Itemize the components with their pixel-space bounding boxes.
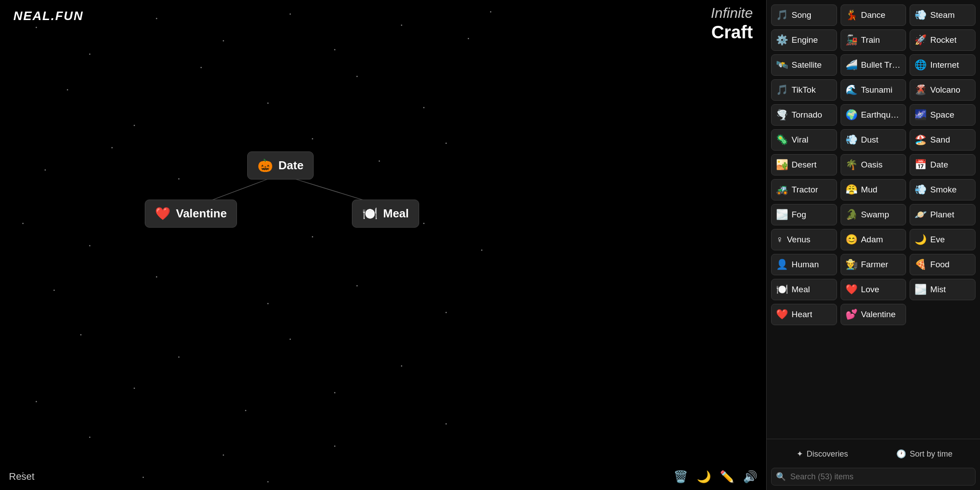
sidebar-item-earthquake[interactable]: 🌍 Earthquake (841, 104, 906, 126)
sidebar-item-volcano[interactable]: 🌋 Volcano (910, 79, 976, 101)
sidebar-item-sand[interactable]: 🏖️ Sand (910, 129, 976, 151)
sidebar-item-emoji: 💨 (845, 134, 858, 146)
sidebar-item-tornado[interactable]: 🌪️ Tornado (771, 104, 837, 126)
sidebar-item-steam[interactable]: 💨 Steam (910, 4, 976, 26)
canvas-area[interactable]: NEAL.FUN Infinite Craft 🎃 Date ❤️ Valent… (0, 0, 766, 490)
sidebar-item-emoji: 🪐 (915, 209, 927, 220)
sidebar-item-bullet-train[interactable]: 🚄 Bullet Train (841, 54, 906, 76)
moon-icon[interactable]: 🌙 (697, 470, 711, 484)
sidebar-item-eve[interactable]: 🌙 Eve (910, 229, 976, 250)
sidebar-item-heart[interactable]: ❤️ Heart (771, 304, 837, 325)
sidebar-item-label: Desert (792, 160, 817, 170)
sidebar-item-satellite[interactable]: 🛰️ Satellite (771, 54, 837, 76)
sidebar-item-venus[interactable]: ♀️ Venus (771, 229, 837, 250)
sidebar-item-emoji: ❤️ (845, 284, 858, 295)
sidebar-item-smoke[interactable]: 💨 Smoke (910, 179, 976, 200)
sidebar-item-emoji: 🌪️ (776, 109, 788, 121)
sidebar-item-oasis[interactable]: 🌴 Oasis (841, 154, 906, 176)
star (53, 290, 55, 291)
sidebar-item-label: Planet (930, 210, 954, 220)
svg-line-1 (285, 176, 372, 203)
volume-icon[interactable]: 🔊 (743, 470, 757, 484)
star (290, 339, 291, 340)
sidebar-item-tsunami[interactable]: 🌊 Tsunami (841, 79, 906, 101)
sidebar-item-label: Earthquake (861, 110, 902, 120)
sidebar-item-song[interactable]: 🎵 Song (771, 4, 837, 26)
sidebar-item-emoji: 😊 (845, 234, 858, 245)
star (200, 214, 202, 215)
star (178, 356, 180, 358)
star (156, 276, 157, 278)
sidebar-item-label: Food (930, 260, 949, 270)
sidebar-item-valentine[interactable]: 💕 Valentine (841, 304, 906, 325)
star (89, 245, 90, 246)
sidebar-item-internet[interactable]: 🌐 Internet (910, 54, 976, 76)
sidebar-item-tractor[interactable]: 🚜 Tractor (771, 179, 837, 200)
star (45, 169, 46, 171)
star (89, 437, 90, 438)
star (356, 76, 358, 77)
sidebar-item-emoji: 👤 (776, 259, 788, 270)
date-emoji: 🎃 (257, 158, 273, 173)
sidebar-item-mud[interactable]: 😤 Mud (841, 179, 906, 200)
sidebar-item-rocket[interactable]: 🚀 Rocket (910, 29, 976, 51)
sidebar-item-swamp[interactable]: 🐊 Swamp (841, 204, 906, 225)
sidebar-item-emoji: 🛰️ (776, 59, 788, 71)
sidebar-item-viral[interactable]: 🦠 Viral (771, 129, 837, 151)
sidebar-item-emoji: 🎵 (776, 9, 788, 21)
sidebar-item-farmer[interactable]: 👨‍🌾 Farmer (841, 254, 906, 275)
sidebar-item-dust[interactable]: 💨 Dust (841, 129, 906, 151)
star (445, 312, 447, 313)
star (143, 477, 144, 478)
sidebar-item-planet[interactable]: 🪐 Planet (910, 204, 976, 225)
pencil-icon[interactable]: ✏️ (720, 470, 734, 484)
sidebar-item-emoji: 🐊 (845, 209, 858, 220)
star (379, 160, 380, 162)
valentine-emoji: ❤️ (155, 206, 171, 221)
svg-line-0 (205, 176, 276, 203)
star (67, 89, 68, 90)
sidebar-item-fog[interactable]: 🌫️ Fog (771, 204, 837, 225)
sidebar-item-meal[interactable]: 🍽️ Meal (771, 279, 837, 300)
star (267, 303, 269, 304)
sidebar-item-emoji: 🌫️ (776, 209, 788, 220)
sidebar-item-label: Eve (930, 235, 945, 245)
sort-button[interactable]: 🕐 Sort by time (874, 444, 976, 464)
discoveries-button[interactable]: ✦ Discoveries (771, 444, 874, 464)
sidebar-item-emoji: 🌍 (845, 109, 858, 121)
sidebar-item-mist[interactable]: 🌫️ Mist (910, 279, 976, 300)
element-card-date[interactable]: 🎃 Date (247, 151, 314, 180)
element-card-meal[interactable]: 🍽️ Meal (352, 200, 419, 228)
reset-button[interactable]: Reset (9, 471, 34, 482)
sidebar-item-love[interactable]: ❤️ Love (841, 279, 906, 300)
bottom-bar: Reset 🗑️ 🌙 ✏️ 🔊 (0, 463, 766, 490)
star (401, 365, 402, 367)
sidebar-item-desert[interactable]: 🏜️ Desert (771, 154, 837, 176)
sidebar-item-emoji: 🏖️ (915, 134, 927, 146)
element-card-valentine[interactable]: ❤️ Valentine (145, 200, 237, 228)
star (490, 11, 491, 12)
sidebar-item-adam[interactable]: 😊 Adam (841, 229, 906, 250)
sidebar-item-space[interactable]: 🌌 Space (910, 104, 976, 126)
sidebar-item-tiktok[interactable]: 🎵 TikTok (771, 79, 837, 101)
footer-actions: ✦ Discoveries 🕐 Sort by time (771, 444, 976, 464)
star (423, 223, 425, 224)
sidebar-item-label: Tsunami (861, 85, 893, 95)
sidebar-item-emoji: ⚙️ (776, 34, 788, 46)
search-input[interactable] (790, 472, 971, 482)
sidebar-item-dance[interactable]: 💃 Dance (841, 4, 906, 26)
sidebar-item-emoji: 😤 (845, 184, 858, 196)
sidebar-item-label: Space (930, 110, 954, 120)
sidebar-item-label: Oasis (861, 160, 883, 170)
sidebar-item-human[interactable]: 👤 Human (771, 254, 837, 275)
sidebar-item-emoji: 🌐 (915, 59, 927, 71)
sidebar-item-date[interactable]: 📅 Date (910, 154, 976, 176)
sidebar-item-train[interactable]: 🚂 Train (841, 29, 906, 51)
sidebar-item-label: Sand (930, 135, 950, 145)
star (134, 388, 135, 389)
sidebar-item-food[interactable]: 🍕 Food (910, 254, 976, 275)
search-bar[interactable]: 🔍 (771, 468, 976, 486)
trash-icon[interactable]: 🗑️ (674, 470, 688, 484)
sidebar-item-engine[interactable]: ⚙️ Engine (771, 29, 837, 51)
sidebar-item-label: Heart (792, 310, 812, 319)
